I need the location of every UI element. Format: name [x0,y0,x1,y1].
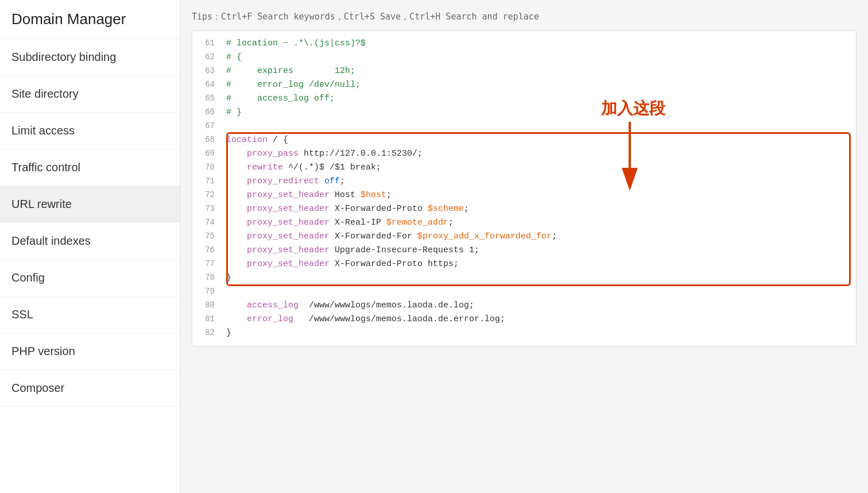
table-row: 69 proxy_pass http://127.0.0.1:5230/; [192,147,856,161]
sidebar: Domain Manager Subdirectory binding Site… [0,0,180,493]
sidebar-item-limit-access[interactable]: Limit access [0,113,180,149]
sidebar-item-composer[interactable]: Composer [0,370,180,407]
sidebar-item-site-directory[interactable]: Site directory [0,76,180,113]
editor-container: 61 # location ~ .*\.(js|css)?$ 62 # { 63… [192,30,857,487]
table-row: 62 # { [192,51,856,64]
code-editor[interactable]: 61 # location ~ .*\.(js|css)?$ 62 # { 63… [192,30,857,346]
table-row: 81 error_log /www/wwwlogs/memos.laoda.de… [192,313,856,326]
sidebar-item-ssl[interactable]: SSL [0,296,180,333]
table-row: 78 } [192,271,856,285]
table-row: 67 [192,120,856,133]
table-row: 77 proxy_set_header X-Forwarded-Proto ht… [192,257,856,271]
sidebar-item-subdirectory-binding[interactable]: Subdirectory binding [0,39,180,76]
table-row: 66 # } [192,106,856,120]
table-row: 75 proxy_set_header X-Forwarded-For $pro… [192,230,856,244]
table-row: 70 rewrite ^/(.*)$ /$1 break; [192,161,856,175]
sidebar-item-config[interactable]: Config [0,260,180,296]
sidebar-item-url-rewrite[interactable]: URL rewrite [0,186,180,223]
sidebar-item-default-indexes[interactable]: Default indexes [0,223,180,260]
table-row: 82 } [192,326,856,340]
code-block: 61 # location ~ .*\.(js|css)?$ 62 # { 63… [192,31,856,346]
table-row: 74 proxy_set_header X-Real-IP $remote_ad… [192,216,856,230]
table-row: 73 proxy_set_header X-Forwarded-Proto $s… [192,202,856,216]
sidebar-title: Domain Manager [0,0,180,39]
table-row: 61 # location ~ .*\.(js|css)?$ [192,37,856,51]
table-row: 63 # expires 12h; [192,64,856,78]
table-row: 64 # error_log /dev/null; [192,78,856,92]
tips-bar: Tips：Ctrl+F Search keywords，Ctrl+S Save，… [192,11,857,22]
table-row: 71 proxy_redirect off; [192,175,856,188]
table-row: 65 # access_log off; [192,92,856,106]
main-content: Tips：Ctrl+F Search keywords，Ctrl+S Save，… [180,0,868,493]
sidebar-item-php-version[interactable]: PHP version [0,333,180,370]
table-row: 68 location / { [192,133,856,147]
table-row: 80 access_log /www/wwwlogs/memos.laoda.d… [192,299,856,313]
table-row: 79 [192,285,856,299]
table-row: 72 proxy_set_header Host $host; [192,188,856,202]
table-row: 76 proxy_set_header Upgrade-Insecure-Req… [192,244,856,257]
sidebar-item-traffic-control[interactable]: Traffic control [0,149,180,186]
